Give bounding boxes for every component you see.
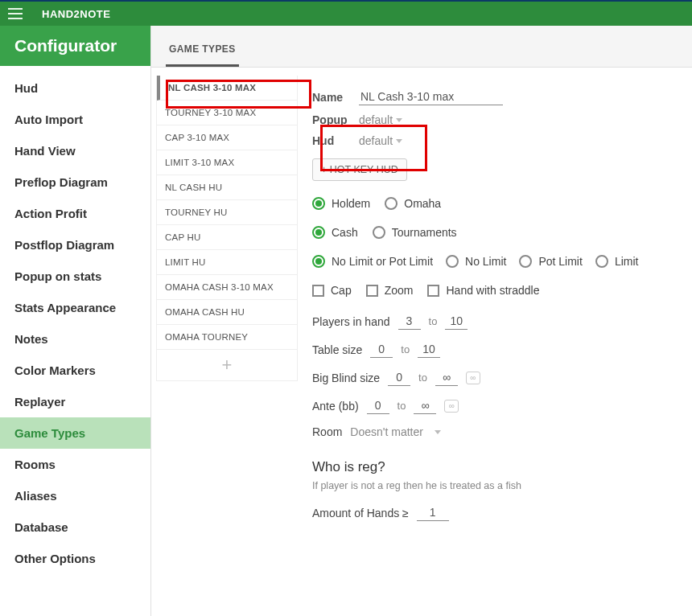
game-type-item[interactable]: LIMIT 3-10 MAX [157,150,297,175]
radio-option[interactable]: Omaha [385,197,441,210]
sidebar-item[interactable]: Rooms [0,449,150,480]
bb-to[interactable] [435,369,458,386]
to-label: to [429,315,438,327]
radio-icon [446,255,459,268]
name-label: Name [312,91,348,104]
sidebar-item[interactable]: Replayer [0,386,150,417]
players-from[interactable] [398,313,421,330]
detail-panel: Name Popup default Hud default + HOT KEY… [298,68,692,616]
checkbox-label: Hand with straddle [446,284,539,297]
ante-to[interactable] [414,397,436,414]
radio-icon [312,197,325,210]
hud-value[interactable]: default [359,134,393,147]
amount-line: Amount of Hands ≥ [312,504,678,521]
sidebar-item[interactable]: Auto Import [0,104,150,135]
infinity-icon[interactable]: ∞ [466,372,480,384]
game-type-item[interactable]: LIMIT HU [157,250,297,275]
sidebar-item[interactable]: Hand View [0,135,150,166]
game-type-item[interactable]: TOURNEY HU [157,200,297,225]
checkbox-option[interactable]: Cap [312,284,352,297]
game-type-item[interactable]: OMAHA TOURNEY [157,325,297,350]
sidebar-item[interactable]: Database [0,511,150,543]
radio-icon [595,255,608,268]
checkbox-option[interactable]: Zoom [366,284,414,297]
checkbox-label: Cap [331,284,352,297]
amount-input[interactable] [417,504,449,521]
game-type-item[interactable]: NL CASH 3-10 MAX [157,76,297,101]
room-label: Room [312,425,342,438]
room-line: Room Doesn't matter [312,425,678,438]
sidebar-item[interactable]: Stats Appearance [0,292,150,323]
sidebar-item[interactable]: Action Profit [0,198,150,229]
tab-game-types[interactable]: GAME TYPES [166,35,239,67]
radio-option[interactable]: Pot Limit [519,255,582,268]
radio-icon [312,255,325,268]
game-type-item[interactable]: TOURNEY 3-10 MAX [157,101,297,125]
bb-from[interactable] [388,369,410,386]
checkbox-icon [312,285,324,297]
game-variant-row: HoldemOmaha [312,197,678,210]
radio-option[interactable]: Cash [312,226,358,239]
tablesize-to[interactable] [418,341,440,358]
game-type-item[interactable]: OMAHA CASH 3-10 MAX [157,275,297,300]
checkbox-icon [366,285,378,297]
sidebar-item[interactable]: Hud [0,72,150,104]
sidebar-item[interactable]: Game Types [0,417,150,449]
radio-icon [385,197,397,210]
sidebar-item[interactable]: Other Options [0,543,150,574]
radio-label: Omaha [404,197,441,210]
radio-label: Pot Limit [538,255,582,268]
players-to[interactable] [445,313,468,330]
flags-row: CapZoomHand with straddle [312,284,678,297]
tab-bar: GAME TYPES [151,26,692,68]
reg-hint: If player is not a reg then he is treate… [312,480,678,491]
radio-label: Limit [615,255,639,268]
name-input[interactable] [359,88,503,105]
checkbox-label: Zoom [385,284,414,297]
game-type-item[interactable]: CAP 3-10 MAX [157,125,297,150]
sidebar-item[interactable]: Color Markers [0,355,150,386]
checkbox-option[interactable]: Hand with straddle [427,284,539,297]
ante-line: Ante (bb) to ∞ [312,397,678,414]
ante-label: Ante (bb) [312,400,359,413]
app-name: HAND2NOTE [42,8,110,20]
hud-label: Hud [312,134,348,147]
radio-option[interactable]: Holdem [312,197,370,210]
radio-icon [519,255,532,268]
caret-icon[interactable] [396,139,402,143]
menu-icon[interactable] [8,8,23,19]
sidebar-item[interactable]: Preflop Diagram [0,166,150,198]
amount-label: Amount of Hands ≥ [312,507,409,519]
radio-icon [312,226,325,239]
game-type-list: NL CASH 3-10 MAXTOURNEY 3-10 MAXCAP 3-10… [151,68,298,616]
add-game-type-button[interactable]: + [157,350,297,380]
radio-option[interactable]: No Limit or Pot Limit [312,255,433,268]
infinity-icon[interactable]: ∞ [444,400,459,413]
bb-line: Big Blind size to ∞ [312,369,678,386]
sidebar-item[interactable]: Postflop Diagram [0,229,150,261]
room-value[interactable]: Doesn't matter [350,425,423,438]
limit-row: No Limit or Pot LimitNo LimitPot LimitLi… [312,255,678,268]
sidebar-item[interactable]: Popup on stats [0,261,150,292]
caret-icon[interactable] [396,118,402,122]
sidebar-item[interactable]: Notes [0,323,150,355]
game-type-item[interactable]: NL CASH HU [157,175,297,200]
radio-option[interactable]: Tournaments [373,226,457,239]
radio-option[interactable]: Limit [595,255,639,268]
tablesize-label: Table size [312,343,362,356]
game-type-item[interactable]: OMAHA CASH HU [157,300,297,325]
tablesize-from[interactable] [370,341,393,358]
radio-option[interactable]: No Limit [446,255,506,268]
popup-value[interactable]: default [359,113,393,126]
format-row: CashTournaments [312,226,678,239]
hotkey-hud-button[interactable]: + HOT KEY HUD [312,158,407,181]
main-panel: GAME TYPES NL CASH 3-10 MAXTOURNEY 3-10 … [151,26,692,616]
sidebar-item[interactable]: Aliases [0,480,150,511]
game-type-item[interactable]: CAP HU [157,225,297,250]
top-bar: HAND2NOTE [0,0,692,26]
radio-label: Holdem [332,197,370,210]
radio-label: No Limit or Pot Limit [332,255,433,268]
caret-icon[interactable] [435,430,441,434]
ante-from[interactable] [367,397,389,414]
reg-heading: Who is reg? [312,459,678,475]
